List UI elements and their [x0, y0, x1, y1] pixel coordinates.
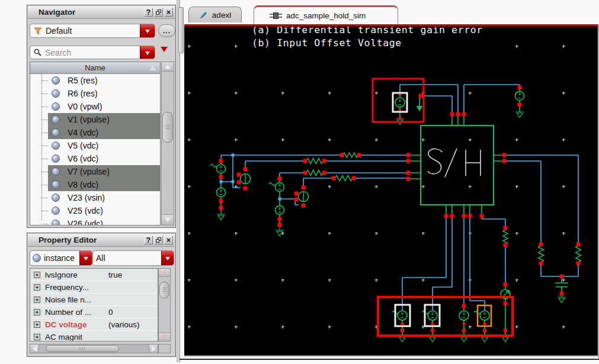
pin-square[interactable]: [294, 198, 299, 202]
pin-square[interactable]: [502, 159, 507, 163]
pe-help-button[interactable]: ?: [144, 236, 153, 244]
pin-square[interactable]: [462, 328, 466, 332]
pin-square[interactable]: [219, 159, 223, 163]
navigator-scrollbar[interactable]: [161, 62, 174, 226]
navigator-titlebar[interactable]: Navigator ? ×: [28, 6, 175, 19]
pin-square[interactable]: [450, 214, 454, 218]
sh-block[interactable]: [421, 125, 494, 205]
property-row[interactable]: lvsIgnoretrue: [30, 269, 158, 281]
pin-square[interactable]: [278, 217, 282, 221]
tab-adc-sample-hold-sim[interactable]: adc_sample_hold_sim: [254, 5, 398, 24]
wire-junction[interactable]: [232, 154, 235, 157]
instance-combo-arrow[interactable]: [79, 251, 92, 265]
list-item[interactable]: V25 (vdc): [30, 204, 160, 217]
pe-hscroll-thumb[interactable]: [46, 345, 119, 352]
pin-square[interactable]: [483, 323, 486, 326]
pin-square[interactable]: [244, 186, 248, 191]
filter-dropdown-arrow[interactable]: [140, 24, 155, 37]
filter-dropdown[interactable]: Default: [30, 24, 155, 38]
pin-square[interactable]: [278, 223, 282, 227]
property-row[interactable]: DC voltage(various): [30, 318, 158, 331]
pin-square[interactable]: [244, 167, 248, 172]
pin-square[interactable]: [463, 323, 466, 326]
pin-square[interactable]: [576, 262, 581, 266]
expand-icon[interactable]: [34, 321, 40, 328]
pin-square[interactable]: [502, 153, 507, 157]
restore-button[interactable]: [154, 8, 163, 17]
source-symbol[interactable]: [398, 311, 407, 320]
list-item[interactable]: V26 (vdc): [30, 217, 160, 226]
help-button[interactable]: ?: [144, 8, 153, 17]
pin-square[interactable]: [294, 192, 299, 196]
schematic-canvas[interactable]: (a) Differential transient gain error (b…: [184, 27, 598, 355]
pe-scroll-right-button[interactable]: [149, 344, 158, 353]
search-expand-caret[interactable]: [161, 47, 168, 56]
close-button[interactable]: ×: [164, 8, 173, 17]
wire-junction[interactable]: [278, 198, 281, 201]
all-combo[interactable]: All: [92, 250, 174, 266]
pin-square[interactable]: [504, 283, 508, 287]
pin-square[interactable]: [406, 153, 411, 157]
pin-square[interactable]: [462, 304, 466, 308]
pin-square[interactable]: [462, 112, 466, 117]
pin-square[interactable]: [539, 243, 543, 247]
pin-square[interactable]: [504, 226, 508, 230]
pin-square[interactable]: [219, 199, 223, 204]
pin-square[interactable]: [219, 175, 223, 179]
source-symbol[interactable]: [428, 311, 437, 320]
list-item[interactable]: R5 (res): [30, 74, 160, 87]
list-item[interactable]: V0 (vpwl): [30, 100, 160, 113]
pe-close-button[interactable]: ×: [164, 236, 173, 244]
pin-square[interactable]: [450, 112, 454, 117]
search-field[interactable]: Search: [30, 46, 155, 59]
list-item[interactable]: V6 (vdc): [30, 152, 160, 165]
pin-square[interactable]: [444, 214, 449, 218]
source-symbol[interactable]: [480, 311, 489, 320]
property-row[interactable]: Frequency...: [30, 281, 158, 294]
pin-square[interactable]: [504, 302, 508, 306]
list-item[interactable]: R6 (res): [30, 87, 160, 100]
pe-scroll-left-button[interactable]: [30, 344, 39, 353]
list-item[interactable]: V5 (vdc): [30, 139, 160, 152]
list-item[interactable]: V23 (vsin): [30, 191, 160, 204]
scroll-up-button[interactable]: [162, 62, 174, 72]
navigator-scroll-thumb[interactable]: [162, 112, 173, 143]
instance-combo[interactable]: instance: [30, 250, 92, 266]
pin-square[interactable]: [322, 171, 326, 175]
pe-scroll-down-button[interactable]: [159, 333, 170, 341]
pin-square[interactable]: [340, 153, 344, 157]
wire-junction[interactable]: [232, 181, 235, 183]
wire-junction[interactable]: [220, 181, 223, 183]
pin-square[interactable]: [332, 176, 336, 181]
pin-square[interactable]: [352, 176, 356, 181]
expand-icon[interactable]: [34, 309, 40, 315]
list-item[interactable]: V4 (vdc): [30, 126, 160, 139]
splitter-handle[interactable]: [178, 7, 184, 53]
list-item[interactable]: V7 (vpulse): [30, 165, 160, 178]
all-combo-arrow[interactable]: [161, 251, 174, 265]
pin-square[interactable]: [302, 186, 306, 190]
property-row[interactable]: Number of ...0: [30, 306, 158, 318]
tab-adexl[interactable]: adexl: [188, 7, 242, 22]
list-header[interactable]: Name: [30, 62, 160, 74]
pin-square[interactable]: [483, 328, 486, 332]
property-editor-titlebar[interactable]: Property Editor ? ×: [28, 234, 175, 247]
pe-scroll-thumb[interactable]: [159, 282, 169, 298]
list-item[interactable]: V1 (vpulse): [30, 113, 160, 126]
property-row[interactable]: Noise file n...: [30, 294, 158, 306]
pin-square[interactable]: [518, 103, 522, 107]
pin-square[interactable]: [399, 117, 402, 120]
pin-square[interactable]: [357, 153, 361, 157]
pin-square[interactable]: [480, 214, 484, 218]
pin-square[interactable]: [539, 262, 543, 266]
expand-icon[interactable]: [34, 272, 40, 278]
pin-square[interactable]: [278, 177, 282, 181]
scroll-down-button[interactable]: [162, 214, 174, 225]
more-button[interactable]: ...: [158, 24, 175, 37]
pin-square[interactable]: [219, 206, 223, 210]
pin-square[interactable]: [419, 94, 423, 98]
pin-square[interactable]: [431, 323, 434, 326]
expand-icon[interactable]: [34, 297, 40, 303]
pin-square[interactable]: [322, 159, 326, 163]
resistors[interactable]: [305, 153, 581, 263]
